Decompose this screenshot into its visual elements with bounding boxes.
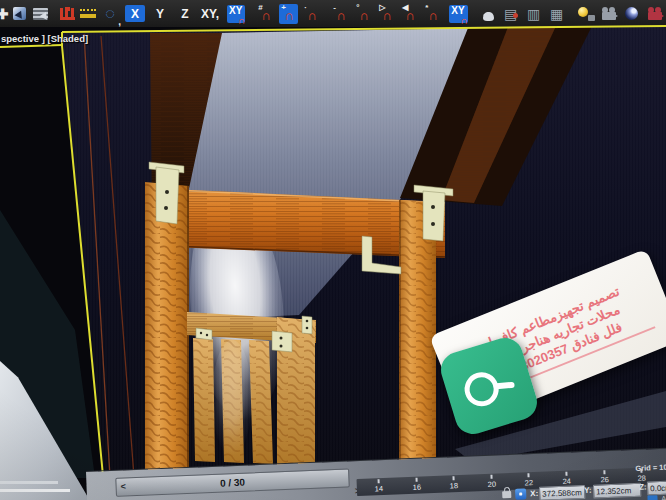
viewport-label[interactable]: spective ] [Shaded] [1,33,88,44]
add-time-tag-label[interactable]: Add Tim [661,494,666,500]
time-slider[interactable]: < 0 / 30 [115,468,350,496]
z-coord-label: Z: [639,483,647,492]
magnifier-icon [460,368,502,410]
selection-lock-icon[interactable] [502,491,511,498]
track-tick: 24 [548,471,585,486]
absolute-mode-icon[interactable] [515,488,526,499]
y-coord-field[interactable]: 12.352cm [593,483,642,499]
track-tick: 14 [361,479,398,494]
grid-size-label: Grid = 10 [635,463,666,473]
previous-frame-button[interactable]: < [120,481,126,491]
magnifier-handle [493,382,514,390]
max-application-window: ✚ ◌, X Y Z XY, XY∩ #∩ +∩ ·∩ -∩ °∩ ▷∩ ◀∩ … [0,0,666,500]
add-time-tag-icon[interactable] [647,495,657,500]
x-coord-field[interactable]: 372.588cm [539,485,586,500]
track-tick: 18 [435,476,472,491]
frame-indicator: 0 / 30 [220,477,245,489]
screen-glare-lower [212,340,252,456]
perspective-viewport[interactable] [0,0,666,500]
track-tick: 26 [586,469,623,484]
z-coord-field[interactable]: 0.0cm [647,480,666,495]
y-coord-label: Y: [584,486,592,495]
track-tick: 22 [510,473,547,488]
track-tick: 16 [399,477,436,492]
x-coord-label: X: [530,489,538,498]
